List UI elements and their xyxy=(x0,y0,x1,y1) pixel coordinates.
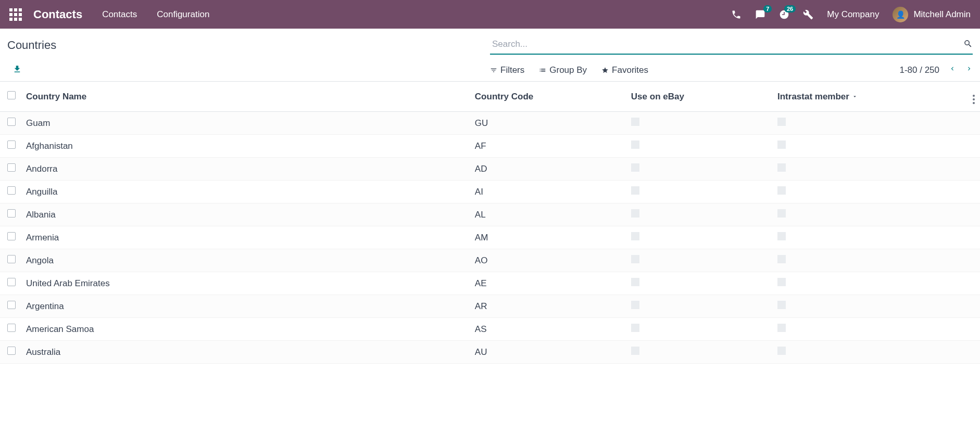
cell-country-name: Angola xyxy=(21,249,470,272)
row-checkbox[interactable] xyxy=(7,163,16,172)
cell-intrastat xyxy=(772,158,968,181)
table-row[interactable]: AnguillaAI xyxy=(0,181,980,203)
control-panel: Countries Filters Group By Fav xyxy=(0,29,980,81)
intrastat-checkbox xyxy=(777,324,786,332)
pager-next[interactable] xyxy=(965,64,973,76)
star-icon xyxy=(601,67,609,74)
activities-icon[interactable]: 26 xyxy=(779,9,789,20)
row-checkbox[interactable] xyxy=(7,255,16,263)
table-row[interactable]: AndorraAD xyxy=(0,158,980,181)
app-brand[interactable]: Contacts xyxy=(33,8,82,21)
column-use-on-ebay[interactable]: Use on eBay xyxy=(626,82,772,112)
cell-intrastat xyxy=(772,181,968,203)
user-name: Mitchell Admin xyxy=(913,9,971,20)
cell-country-code: AS xyxy=(470,318,626,341)
table-row[interactable]: ArgentinaAR xyxy=(0,295,980,318)
cell-country-name: Argentina xyxy=(21,295,470,318)
row-checkbox[interactable] xyxy=(7,232,16,240)
cell-intrastat xyxy=(772,112,968,135)
cell-country-code: AO xyxy=(470,249,626,272)
cell-country-name: Australia xyxy=(21,341,470,364)
row-checkbox[interactable] xyxy=(7,140,16,149)
row-checkbox[interactable] xyxy=(7,186,16,195)
table-row[interactable]: United Arab EmiratesAE xyxy=(0,272,980,295)
intrastat-checkbox xyxy=(777,140,786,149)
avatar: 👤 xyxy=(893,7,908,22)
column-intrastat-member[interactable]: Intrastat member xyxy=(772,82,968,112)
ebay-checkbox xyxy=(631,278,639,286)
ebay-checkbox xyxy=(631,186,639,195)
messages-badge: 7 xyxy=(763,5,772,12)
filter-icon xyxy=(490,67,497,74)
intrastat-checkbox xyxy=(777,232,786,240)
cell-use-on-ebay xyxy=(626,295,772,318)
countries-table: Country Name Country Code Use on eBay In… xyxy=(0,82,980,364)
row-checkbox[interactable] xyxy=(7,209,16,218)
intrastat-checkbox xyxy=(777,209,786,218)
cell-use-on-ebay xyxy=(626,181,772,203)
ebay-checkbox xyxy=(631,163,639,172)
list-icon xyxy=(539,67,546,74)
nav-menu-contacts[interactable]: Contacts xyxy=(102,9,137,20)
table-row[interactable]: AfghanistanAF xyxy=(0,135,980,158)
cell-country-code: GU xyxy=(470,112,626,135)
groupby-label: Group By xyxy=(549,65,587,75)
row-checkbox[interactable] xyxy=(7,324,16,332)
row-checkbox[interactable] xyxy=(7,118,16,126)
search-bar xyxy=(490,36,973,55)
cell-intrastat xyxy=(772,295,968,318)
messages-icon[interactable]: 7 xyxy=(755,9,765,20)
columns-menu-icon[interactable] xyxy=(973,95,975,104)
user-menu[interactable]: 👤 Mitchell Admin xyxy=(893,7,971,22)
table-row[interactable]: AlbaniaAL xyxy=(0,203,980,226)
cell-use-on-ebay xyxy=(626,158,772,181)
export-icon[interactable] xyxy=(7,65,22,75)
ebay-checkbox xyxy=(631,301,639,309)
cell-country-name: American Samoa xyxy=(21,318,470,341)
row-checkbox[interactable] xyxy=(7,301,16,309)
row-checkbox[interactable] xyxy=(7,278,16,286)
table-row[interactable]: GuamGU xyxy=(0,112,980,135)
filters-button[interactable]: Filters xyxy=(490,65,524,75)
cell-intrastat xyxy=(772,318,968,341)
pager-prev[interactable] xyxy=(949,64,956,76)
nav-menu-configuration[interactable]: Configuration xyxy=(157,9,209,20)
select-all-checkbox[interactable] xyxy=(7,91,16,99)
search-input[interactable] xyxy=(490,36,963,53)
table-row[interactable]: American SamoaAS xyxy=(0,318,980,341)
cell-country-code: AF xyxy=(470,135,626,158)
company-selector[interactable]: My Company xyxy=(827,9,879,20)
cell-country-code: AE xyxy=(470,272,626,295)
column-country-name[interactable]: Country Name xyxy=(21,82,470,112)
cell-intrastat xyxy=(772,135,968,158)
cell-country-name: Albania xyxy=(21,203,470,226)
favorites-label: Favorites xyxy=(612,65,648,75)
phone-icon[interactable] xyxy=(731,9,742,20)
cell-intrastat xyxy=(772,249,968,272)
apps-menu-icon[interactable] xyxy=(9,8,22,21)
cell-country-code: AU xyxy=(470,341,626,364)
table-row[interactable]: AngolaAO xyxy=(0,249,980,272)
pager-range[interactable]: 1-80 / 250 xyxy=(899,65,939,75)
favorites-button[interactable]: Favorites xyxy=(601,65,648,75)
navbar: Contacts Contacts Configuration 7 26 My … xyxy=(0,0,980,29)
search-icon[interactable] xyxy=(963,39,973,50)
column-country-code[interactable]: Country Code xyxy=(470,82,626,112)
chevron-left-icon xyxy=(949,64,956,73)
table-row[interactable]: AustraliaAU xyxy=(0,341,980,364)
row-checkbox[interactable] xyxy=(7,347,16,355)
cell-intrastat xyxy=(772,272,968,295)
chevron-right-icon xyxy=(965,64,973,73)
ebay-checkbox xyxy=(631,324,639,332)
ebay-checkbox xyxy=(631,347,639,355)
cell-use-on-ebay xyxy=(626,135,772,158)
ebay-checkbox xyxy=(631,118,639,126)
cell-country-name: United Arab Emirates xyxy=(21,272,470,295)
groupby-button[interactable]: Group By xyxy=(539,65,587,75)
cell-country-code: AR xyxy=(470,295,626,318)
ebay-checkbox xyxy=(631,209,639,218)
debug-icon[interactable] xyxy=(803,9,813,20)
cell-country-code: AL xyxy=(470,203,626,226)
table-row[interactable]: ArmeniaAM xyxy=(0,226,980,249)
cell-use-on-ebay xyxy=(626,341,772,364)
